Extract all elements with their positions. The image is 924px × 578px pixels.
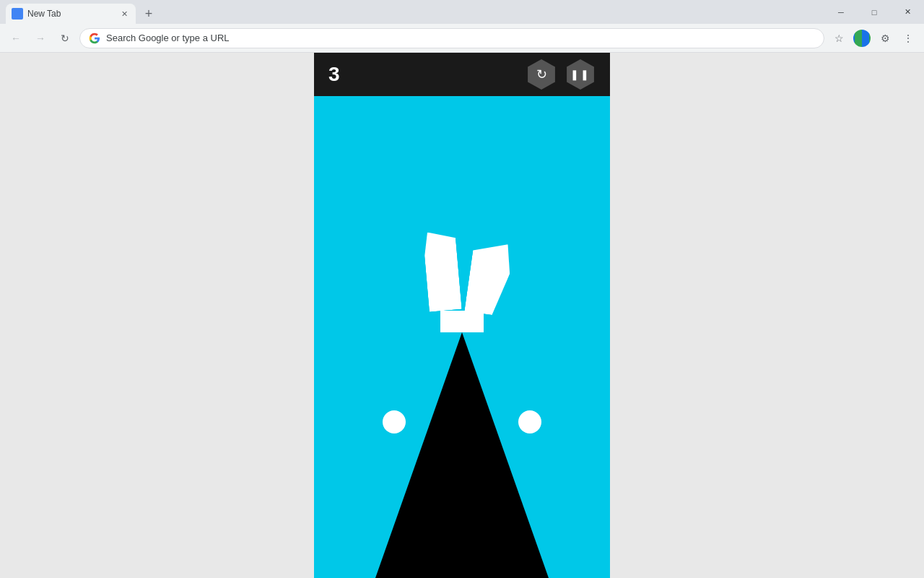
score-display: 3 (328, 63, 340, 86)
restart-button[interactable]: ↻ (526, 59, 557, 90)
reload-button[interactable]: ↻ (55, 28, 75, 48)
address-bar[interactable]: Search Google or type a URL (79, 28, 824, 48)
close-button[interactable]: ✕ (891, 0, 924, 24)
new-tab-button[interactable]: + (139, 4, 159, 24)
tab-title: New Tab (27, 9, 114, 19)
forward-button[interactable]: → (30, 28, 51, 48)
tab-favicon: G (12, 8, 23, 20)
toolbar-icons: ☆ ⚙ ⋮ (829, 28, 918, 48)
favicon-letter: G (14, 9, 20, 19)
cannon-base (375, 332, 549, 578)
menu-button[interactable]: ⋮ (898, 28, 918, 48)
right-control-dot[interactable] (518, 410, 541, 434)
pause-icon: ❚❚ (570, 69, 590, 80)
cannon-platform (440, 311, 484, 332)
toolbar: ← → ↻ Search Google or type a URL ☆ ⚙ ⋮ (0, 24, 924, 53)
window-controls: ─ □ ✕ (824, 0, 924, 24)
google-logo-icon (89, 33, 100, 44)
piece-left (422, 230, 461, 312)
title-bar: G New Tab ✕ + ─ □ ✕ (0, 0, 924, 24)
minimize-button[interactable]: ─ (824, 0, 858, 24)
bookmark-button[interactable]: ☆ (829, 28, 849, 48)
active-tab[interactable]: G New Tab ✕ (6, 4, 136, 24)
back-button[interactable]: ← (6, 28, 26, 48)
game-wrapper: 3 ↻ ❚❚ (314, 53, 610, 578)
maximize-button[interactable]: □ (858, 0, 891, 24)
profile-button[interactable] (852, 28, 872, 48)
left-control-dot[interactable] (383, 410, 406, 434)
address-text: Search Google or type a URL (106, 33, 815, 43)
game-controls: ↻ ❚❚ (526, 59, 596, 90)
profile-avatar (853, 30, 871, 47)
main-content: 3 ↻ ❚❚ (0, 53, 924, 578)
game-canvas[interactable] (314, 96, 610, 578)
restart-icon: ↻ (536, 66, 547, 82)
tab-close-button[interactable]: ✕ (118, 8, 130, 20)
tab-strip: G New Tab ✕ + (6, 0, 159, 24)
piece-right (464, 240, 513, 317)
pause-button[interactable]: ❚❚ (565, 59, 596, 90)
extensions-button[interactable]: ⚙ (875, 28, 895, 48)
game-top-bar: 3 ↻ ❚❚ (314, 53, 610, 96)
